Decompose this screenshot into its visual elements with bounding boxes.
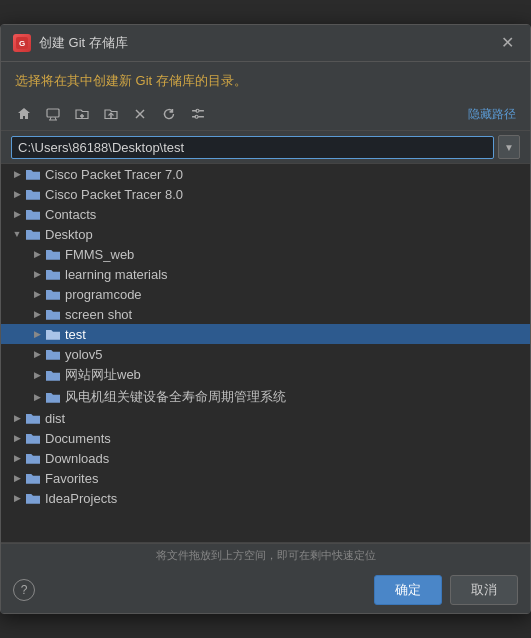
svg-rect-15 [198, 116, 204, 118]
svg-point-16 [195, 115, 198, 118]
delete-button[interactable] [127, 102, 153, 126]
item-label: yolov5 [65, 347, 103, 362]
item-label: Downloads [45, 451, 109, 466]
folder-icon [25, 206, 41, 222]
tree-item[interactable]: ▶ dist [1, 408, 530, 428]
folder-icon [45, 367, 61, 383]
chevron-icon: ▶ [29, 389, 45, 405]
item-label: Cisco Packet Tracer 8.0 [45, 187, 183, 202]
chevron-icon: ▶ [9, 166, 25, 182]
new-folder-button[interactable] [69, 102, 95, 126]
folder-icon [25, 450, 41, 466]
folder-icon [45, 326, 61, 342]
settings-button[interactable] [185, 102, 211, 126]
folder-icon [45, 286, 61, 302]
chevron-icon: ▶ [29, 306, 45, 322]
chevron-icon: ▶ [29, 286, 45, 302]
item-label: dist [45, 411, 65, 426]
dialog-title: 创建 Git 存储库 [39, 34, 128, 52]
folder-icon [25, 186, 41, 202]
refresh-button[interactable] [156, 102, 182, 126]
svg-rect-12 [199, 110, 204, 112]
hide-path-button[interactable]: 隐藏路径 [464, 104, 520, 125]
item-label: IdeaProjects [45, 491, 117, 506]
tree-item[interactable]: ▼ Desktop [1, 224, 530, 244]
title-bar: G 创建 Git 存储库 ✕ [1, 25, 530, 62]
chevron-icon: ▶ [9, 410, 25, 426]
tree-item[interactable]: ▶ Contacts [1, 204, 530, 224]
up-folder-button[interactable] [98, 102, 124, 126]
tree-item[interactable]: ▶ IdeaProjects [1, 488, 530, 508]
folder-icon [45, 266, 61, 282]
item-label: learning materials [65, 267, 168, 282]
git-repo-dialog: G 创建 Git 存储库 ✕ 选择将在其中创建新 Git 存储库的目录。 [0, 24, 531, 614]
button-bar: ? 确定 取消 [1, 567, 530, 613]
folder-icon [25, 410, 41, 426]
tree-item[interactable]: ▶ Cisco Packet Tracer 8.0 [1, 184, 530, 204]
chevron-icon: ▶ [9, 450, 25, 466]
folder-icon [45, 306, 61, 322]
chevron-icon: ▶ [29, 326, 45, 342]
svg-rect-2 [47, 109, 59, 117]
chevron-icon: ▶ [29, 367, 45, 383]
description-text: 选择将在其中创建新 Git 存储库的目录。 [1, 62, 530, 98]
item-label: Desktop [45, 227, 93, 242]
tree-item-downloads[interactable]: ▶ Downloads [1, 448, 530, 468]
toolbar: 隐藏路径 [1, 98, 530, 131]
tree-item[interactable]: ▶ screen shot [1, 304, 530, 324]
chevron-icon: ▶ [29, 266, 45, 282]
folder-icon [25, 226, 41, 242]
hint-bar: 将文件拖放到上方空间，即可在剩中快速定位 [1, 543, 530, 567]
tree-item[interactable]: ▶ Cisco Packet Tracer 7.0 [1, 164, 530, 184]
folder-icon [25, 470, 41, 486]
confirm-button[interactable]: 确定 [374, 575, 442, 605]
path-bar: ▼ [11, 135, 520, 159]
item-label: 风电机组关键设备全寿命周期管理系统 [65, 388, 286, 406]
help-button[interactable]: ? [13, 579, 35, 601]
svg-point-13 [196, 109, 199, 112]
tree-item[interactable]: ▶ yolov5 [1, 344, 530, 364]
chevron-icon: ▶ [9, 430, 25, 446]
chevron-icon: ▶ [29, 246, 45, 262]
tree-item[interactable]: ▶ FMMS_web [1, 244, 530, 264]
item-label: Favorites [45, 471, 98, 486]
item-label: Contacts [45, 207, 96, 222]
folder-icon [25, 430, 41, 446]
tree-item[interactable]: ▶ learning materials [1, 264, 530, 284]
item-label: test [65, 327, 86, 342]
tree-item[interactable]: ▶ 网站网址web [1, 364, 530, 386]
file-tree[interactable]: ▶ Cisco Packet Tracer 7.0 ▶ Cisco Packet… [1, 163, 530, 543]
item-label: Documents [45, 431, 111, 446]
item-label: Cisco Packet Tracer 7.0 [45, 167, 183, 182]
chevron-icon: ▶ [29, 346, 45, 362]
folder-icon [45, 346, 61, 362]
app-icon: G [13, 34, 31, 52]
folder-icon [25, 490, 41, 506]
tree-item-selected[interactable]: ▶ test [1, 324, 530, 344]
chevron-icon: ▶ [9, 186, 25, 202]
tree-item[interactable]: ▶ programcode [1, 284, 530, 304]
close-button[interactable]: ✕ [497, 33, 518, 53]
folder-icon [45, 246, 61, 262]
chevron-icon: ▶ [9, 470, 25, 486]
tree-item[interactable]: ▶ Documents [1, 428, 530, 448]
svg-text:G: G [19, 39, 25, 48]
path-input[interactable] [11, 136, 494, 159]
chevron-icon: ▼ [9, 226, 25, 242]
item-label: screen shot [65, 307, 132, 322]
item-label: FMMS_web [65, 247, 134, 262]
cancel-button[interactable]: 取消 [450, 575, 518, 605]
path-dropdown-button[interactable]: ▼ [498, 135, 520, 159]
home-button[interactable] [11, 102, 37, 126]
chevron-icon: ▶ [9, 206, 25, 222]
hint-text: 将文件拖放到上方空间，即可在剩中快速定位 [156, 549, 376, 561]
chevron-icon: ▶ [9, 490, 25, 506]
folder-icon [45, 389, 61, 405]
desktop-button[interactable] [40, 102, 66, 126]
item-label: programcode [65, 287, 142, 302]
tree-item[interactable]: ▶ 风电机组关键设备全寿命周期管理系统 [1, 386, 530, 408]
title-bar-left: G 创建 Git 存储库 [13, 34, 128, 52]
folder-icon [25, 166, 41, 182]
tree-item[interactable]: ▶ Favorites [1, 468, 530, 488]
item-label: 网站网址web [65, 366, 141, 384]
